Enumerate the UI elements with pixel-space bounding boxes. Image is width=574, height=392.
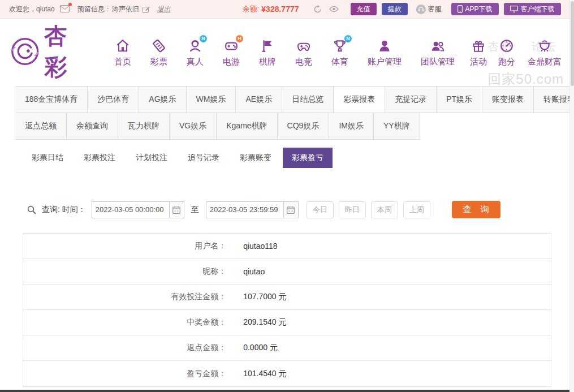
nav-item-home[interactable]: 首页 (105, 36, 141, 67)
quick-today-button[interactable]: 今日 (307, 201, 334, 218)
main-nav: 首页 彩票 N 真人 H 电游 棋牌 (105, 36, 568, 67)
nav-label-activity: 活动 (470, 57, 487, 67)
table-row-nickname: 昵称： qiutao (23, 259, 551, 285)
tab-yue[interactable]: 余额查询 (66, 113, 118, 140)
tab-ag[interactable]: AG娱乐 (139, 86, 186, 113)
nav-item-paofen[interactable]: 跑分 (493, 36, 521, 67)
topbar: 欢迎您，qiutao 预留信息： 涛声依旧 退出 余额: ¥328.7777 充… (0, 0, 574, 19)
badge-new: N (344, 35, 352, 42)
speedometer-icon (499, 38, 515, 54)
nav-item-live[interactable]: N 真人 (177, 36, 213, 67)
brand-name: 杏彩 (44, 20, 89, 83)
subtab-account-change[interactable]: 彩票账变 (231, 148, 280, 168)
tab-kgame[interactable]: Kgame棋牌 (216, 113, 277, 140)
withdraw-button[interactable]: 提款 (382, 3, 408, 15)
balance-value: ¥328.7777 (261, 5, 299, 14)
nav-item-sports[interactable]: N 体育 (322, 36, 358, 67)
badge-hot: H (236, 35, 243, 42)
headset-icon (416, 5, 426, 14)
tab-ae[interactable]: AE娱乐 (235, 86, 282, 113)
tab-cq9[interactable]: CQ9娱乐 (277, 113, 330, 140)
query-submit-button[interactable]: 查 询 (452, 201, 500, 218)
nav-item-egame[interactable]: H 电游 (213, 36, 249, 67)
logout-link[interactable]: 退出 (157, 5, 171, 14)
subtab-daily[interactable]: 彩票日结 (23, 148, 72, 168)
treasure-pot-icon (537, 38, 553, 54)
vertical-scrollbar[interactable] (569, 0, 574, 392)
nav-item-account[interactable]: 账户管理 (358, 36, 411, 67)
tab-yy[interactable]: YY棋牌 (373, 113, 420, 140)
row-value: 0.0000 元 (234, 335, 551, 360)
tab-zhuanzhang[interactable]: 转账报表 (533, 86, 574, 113)
date-to-label: 至 (191, 205, 199, 215)
subtab-chase[interactable]: 追号记录 (179, 148, 228, 168)
mail-notification-dot (68, 3, 72, 6)
chess-flag-icon (260, 38, 275, 54)
nav-label-lottery: 彩票 (150, 57, 167, 67)
team-icon (430, 38, 446, 54)
live-dealer-icon: N (187, 38, 203, 54)
start-calendar-icon[interactable] (170, 201, 184, 218)
balance-group: 余额: ¥328.7777 (243, 4, 299, 14)
tab-188jinbaobo[interactable]: 188金宝博体育 (15, 86, 88, 113)
recharge-button[interactable]: 充值 (351, 3, 377, 15)
nav-item-activity[interactable]: 活动 (464, 36, 493, 67)
search-icon (27, 205, 36, 214)
start-date-input[interactable] (92, 201, 170, 218)
tab-pt[interactable]: PT娱乐 (436, 86, 482, 113)
app-download-button[interactable]: APP下载 (451, 3, 499, 15)
quick-lastweek-button[interactable]: 上周 (403, 201, 430, 218)
tab-wali[interactable]: 瓦力棋牌 (118, 113, 170, 140)
row-value: qiutao118 (234, 234, 551, 259)
tab-fandian[interactable]: 返点总额 (15, 113, 67, 140)
mail-icon[interactable] (60, 5, 70, 13)
profit-loss-table: 用户名： qiutao118 昵称： qiutao 有效投注金额： 107.70… (23, 233, 551, 387)
nav-label-home: 首页 (114, 57, 131, 67)
quick-yesterday-button[interactable]: 昨日 (339, 201, 366, 218)
subtab-bets[interactable]: 彩票投注 (75, 148, 124, 168)
table-row-rebate: 返点金额： 0.0000 元 (23, 335, 551, 361)
tabs-row-1: 188金宝博体育 沙巴体育 AG娱乐 WM娱乐 AE娱乐 日结总览 彩票报表 充… (15, 86, 559, 113)
customer-service-label: 客服 (428, 5, 442, 14)
home-icon (115, 38, 131, 54)
tab-vg[interactable]: VG娱乐 (169, 113, 217, 140)
row-value: 107.7000 元 (234, 285, 551, 309)
subtab-plan-bets[interactable]: 计划投注 (127, 148, 176, 168)
eye-icon[interactable] (329, 3, 340, 15)
nav-label-sports: 体育 (331, 57, 348, 67)
nav-item-team[interactable]: 团队管理 (411, 36, 464, 67)
esports-icon (296, 38, 312, 54)
subtab-profit-loss[interactable]: 彩票盈亏 (283, 148, 333, 168)
nav-item-chess[interactable]: 棋牌 (249, 36, 286, 67)
tab-wm[interactable]: WM娱乐 (186, 86, 236, 113)
scrollbar-thumb[interactable] (571, 1, 574, 86)
brand-logo-swirl-icon (10, 36, 40, 67)
end-calendar-icon[interactable] (284, 201, 299, 218)
nav-label-paofen: 跑分 (498, 57, 515, 67)
quick-thisweek-button[interactable]: 本周 (371, 201, 398, 218)
row-label: 有效投注金额： (23, 285, 234, 309)
tab-chongti[interactable]: 充提记录 (385, 86, 437, 113)
nav-item-wealth[interactable]: 金鼎财富 (521, 36, 568, 67)
row-label: 盈亏金额： (23, 361, 234, 386)
refresh-icon[interactable] (312, 3, 323, 15)
sports-trophy-icon: N (332, 38, 348, 54)
table-row-username: 用户名： qiutao118 (23, 234, 551, 259)
app-download-label: APP下载 (465, 5, 493, 14)
customer-service-link[interactable]: 客服 (416, 5, 442, 14)
badge-new: N (200, 35, 207, 42)
edit-icon[interactable] (141, 3, 152, 15)
nav-item-lottery[interactable]: 彩票 (141, 36, 177, 67)
end-date-input[interactable] (206, 201, 284, 218)
row-value: qiutao (234, 259, 551, 284)
nav-item-esports[interactable]: 电竞 (286, 36, 322, 67)
tab-im[interactable]: IM娱乐 (329, 113, 374, 140)
tab-shaba[interactable]: 沙巴体育 (87, 86, 139, 113)
client-download-button[interactable]: 客户端下载 (504, 3, 561, 15)
table-row-winning: 中奖金额： 209.1540 元 (23, 310, 551, 335)
reserved-info-value: 涛声依旧 (112, 5, 139, 14)
tab-rijie[interactable]: 日结总览 (282, 86, 334, 113)
brand-logo[interactable]: 杏彩 (10, 20, 89, 83)
tab-lottery-report[interactable]: 彩票报表 (333, 86, 385, 113)
tab-zhangbian[interactable]: 账变报表 (482, 86, 534, 113)
